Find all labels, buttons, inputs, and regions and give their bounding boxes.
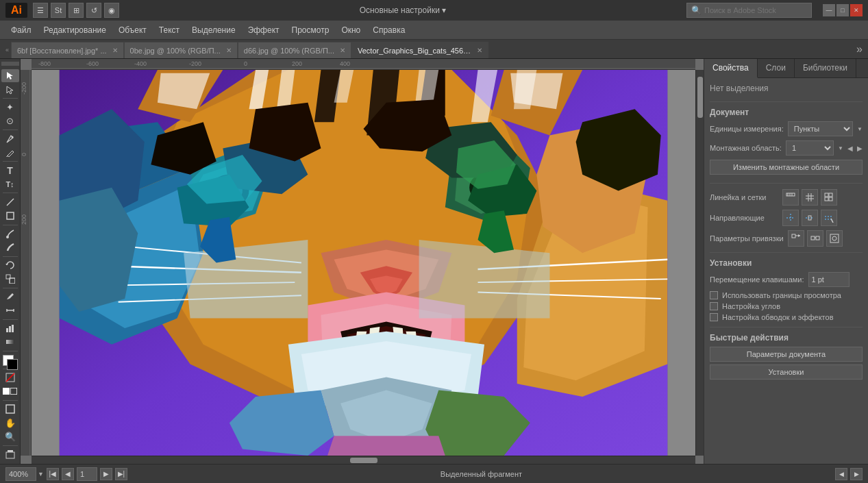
menu-view[interactable]: Просмотр [286, 23, 335, 38]
svg-text:200: 200 [292, 60, 302, 67]
tab-1[interactable]: 0be.jpg @ 100% (RGB/П... ✕ [124, 42, 238, 58]
canvas-area[interactable]: -800 -600 -400 -200 0 200 400 -200 0 200 [21, 59, 704, 464]
menu-text[interactable]: Текст [153, 23, 185, 38]
rotate-tool[interactable] [1, 258, 19, 271]
blob-brush-tool[interactable] [1, 240, 19, 253]
tab-properties[interactable]: Свойства [704, 59, 758, 78]
show-pixel-grid-icon[interactable] [821, 189, 837, 206]
direct-selection-tool[interactable] [1, 83, 19, 96]
tab-0[interactable]: 6bf [Восстановлен].jpg* ... ✕ [11, 42, 124, 58]
clear-guides-icon[interactable] [821, 210, 837, 226]
line-tool[interactable] [1, 195, 19, 208]
tab-1-close[interactable]: ✕ [226, 47, 232, 54]
show-grid-icon[interactable] [802, 189, 818, 206]
toolbar-collapse[interactable] [1, 62, 19, 66]
tab-3-close[interactable]: ✕ [477, 47, 482, 54]
svg-rect-122 [825, 193, 828, 197]
units-select[interactable]: Пункты [788, 121, 853, 136]
selection-tool[interactable] [1, 69, 19, 82]
tab-libraries[interactable]: Библиотеки [795, 59, 856, 77]
pen-tool[interactable] [1, 132, 19, 145]
magic-wand-tool[interactable]: ✦ [1, 101, 19, 114]
minimize-button[interactable]: — [823, 4, 835, 16]
artboard-select[interactable]: 1 [786, 140, 834, 156]
screen-mode-normal[interactable] [1, 403, 19, 416]
pencil-tool[interactable] [1, 146, 19, 159]
doc-settings-button[interactable]: Параметры документа [710, 347, 863, 362]
show-rulers-icon[interactable] [782, 189, 799, 206]
no-fill-icon[interactable] [1, 371, 19, 384]
paintbrush-tool[interactable] [1, 227, 19, 240]
snap-icon-2[interactable] [807, 230, 823, 247]
measure-tool[interactable] [1, 304, 19, 317]
tab-2-close[interactable]: ✕ [340, 47, 345, 54]
zoom-input[interactable] [5, 467, 36, 481]
workspace-icon[interactable]: ⊞ [69, 3, 84, 18]
preferences-button[interactable]: Установки [710, 364, 863, 380]
menu-object[interactable]: Объект [113, 23, 152, 38]
tabs-collapse[interactable]: « [5, 42, 11, 58]
page-input[interactable] [77, 467, 97, 481]
svg-text:0: 0 [244, 60, 247, 67]
lock-guides-icon[interactable] [802, 210, 818, 226]
mode-icons[interactable] [1, 385, 19, 398]
corner-settings-checkbox[interactable] [710, 302, 718, 310]
color-swatch[interactable] [1, 354, 19, 367]
tab-2[interactable]: d66.jpg @ 100% (RGB/П... ✕ [238, 42, 351, 58]
scrollbar-horizontal[interactable] [32, 456, 695, 464]
svg-marker-0 [7, 72, 13, 79]
bridge-icon[interactable]: St [51, 3, 66, 18]
svg-rect-15 [6, 340, 14, 344]
scale-tool[interactable] [1, 273, 19, 286]
gradient-tool[interactable] [1, 336, 19, 349]
rectangle-tool[interactable] [1, 209, 19, 222]
artboard-tool[interactable] [1, 448, 19, 461]
play-next-btn[interactable]: ▶ [850, 468, 863, 480]
canvas-content[interactable] [32, 70, 695, 456]
hand-tool[interactable]: ✋ [1, 417, 19, 430]
keyboard-move-input[interactable] [808, 272, 850, 287]
menu-file[interactable]: Файл [5, 23, 37, 38]
page-last-btn[interactable]: ▶| [115, 468, 127, 480]
tabs-expand[interactable]: » [851, 43, 868, 55]
menu-window[interactable]: Окно [336, 23, 366, 38]
artboard-prev-icon[interactable]: ◀ [847, 145, 853, 152]
zoom-dropdown-icon[interactable]: ▼ [38, 471, 44, 478]
zoom-tool[interactable]: 🔍 [1, 430, 19, 443]
tab-0-close[interactable]: ✕ [112, 47, 118, 54]
tab-layers[interactable]: Слои [758, 59, 795, 77]
menu-effect[interactable]: Эффект [243, 23, 285, 38]
search-input[interactable] [704, 6, 807, 14]
page-prev-btn[interactable]: ◀ [62, 468, 74, 480]
new-doc-icon[interactable]: ☰ [33, 3, 48, 18]
close-button[interactable]: ✕ [850, 4, 863, 16]
vertical-type-tool[interactable]: T↕ [1, 177, 19, 190]
corner-settings-label: Настройка углов [722, 302, 791, 310]
artboard-next-icon[interactable]: ▶ [857, 145, 863, 152]
graph-tool[interactable] [1, 322, 19, 335]
type-tool[interactable]: T [1, 164, 19, 177]
menu-select[interactable]: Выделение [186, 23, 241, 38]
page-first-btn[interactable]: |◀ [47, 468, 59, 480]
stroke-swatch[interactable] [7, 359, 18, 370]
divider-2 [710, 183, 863, 184]
stroke-effects-checkbox[interactable] [710, 313, 718, 321]
scrollbar-vertical[interactable] [695, 70, 704, 456]
snap-icon-1[interactable] [788, 230, 804, 247]
page-next-btn[interactable]: ▶ [100, 468, 112, 480]
menu-edit[interactable]: Редактирование [38, 23, 112, 38]
change-artboard-button[interactable]: Изменить монтажные области [710, 160, 863, 175]
more-icon[interactable]: ◉ [104, 3, 119, 18]
use-view-bounds-checkbox[interactable] [710, 291, 718, 299]
lasso-tool[interactable]: ⊙ [1, 114, 19, 127]
eyedropper-tool[interactable] [1, 290, 19, 303]
play-prev-btn[interactable]: ◀ [835, 468, 847, 480]
tool-sep-11 [3, 400, 18, 401]
maximize-button[interactable]: □ [836, 4, 849, 16]
show-guides-icon[interactable] [782, 210, 799, 226]
snap-icon-3[interactable] [826, 230, 843, 247]
tab-3[interactable]: Vector_Graphics_Big_cats_456731.jpg @ 40… [351, 42, 488, 58]
divider-3 [710, 252, 863, 253]
arrange-icon[interactable]: ↺ [86, 3, 101, 18]
menu-help[interactable]: Справка [367, 23, 410, 38]
